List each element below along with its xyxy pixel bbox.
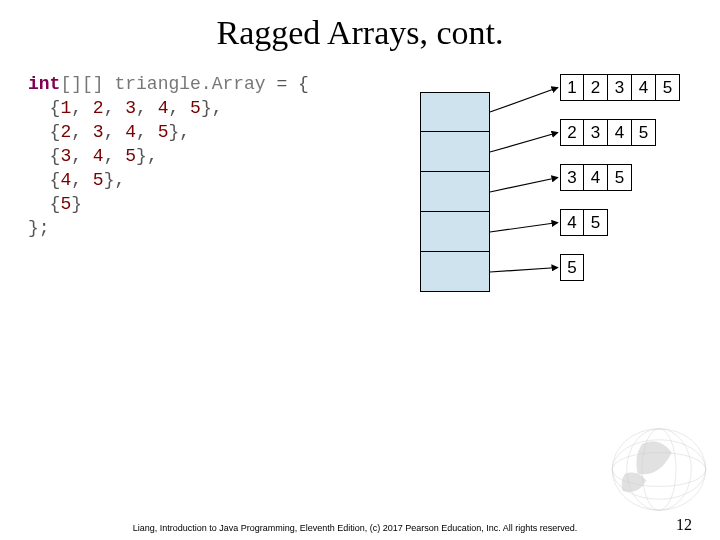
svg-point-8 <box>642 429 676 511</box>
svg-point-5 <box>612 429 706 511</box>
ragged-row: 5 <box>560 254 680 281</box>
data-cell: 5 <box>608 164 632 191</box>
pointer-cell <box>420 172 490 212</box>
slide-content: int[][] triangle.Array = { {1, 2, 3, 4, … <box>0 72 720 382</box>
globe-decoration <box>540 393 710 512</box>
data-cell: 3 <box>608 74 632 101</box>
svg-line-0 <box>490 88 558 113</box>
ragged-row: 12345 <box>560 74 680 101</box>
footer-copyright: Liang, Introduction to Java Programming,… <box>120 523 590 534</box>
pointer-cell <box>420 92 490 132</box>
data-cell: 4 <box>632 74 656 101</box>
data-cell: 4 <box>608 119 632 146</box>
data-cell: 5 <box>584 209 608 236</box>
data-cell: 3 <box>584 119 608 146</box>
data-cell: 2 <box>584 74 608 101</box>
data-cell: 4 <box>584 164 608 191</box>
data-cell: 4 <box>560 209 584 236</box>
pointer-cell <box>420 212 490 252</box>
pointer-cell <box>420 132 490 172</box>
ragged-row: 2345 <box>560 119 680 146</box>
pointer-array <box>420 92 490 292</box>
pointer-cell <box>420 252 490 292</box>
data-cell: 2 <box>560 119 584 146</box>
svg-point-9 <box>627 429 692 511</box>
code-block: int[][] triangle.Array = { {1, 2, 3, 4, … <box>28 72 309 240</box>
data-cell: 1 <box>560 74 584 101</box>
data-cell: 5 <box>632 119 656 146</box>
ragged-rows: 123452345345455 <box>560 74 680 299</box>
svg-line-2 <box>490 178 558 193</box>
data-cell: 3 <box>560 164 584 191</box>
svg-line-1 <box>490 133 558 153</box>
svg-line-3 <box>490 223 558 233</box>
data-cell: 5 <box>656 74 680 101</box>
data-cell: 5 <box>560 254 584 281</box>
svg-point-6 <box>612 453 706 487</box>
svg-point-7 <box>612 440 706 500</box>
slide-title: Ragged Arrays, cont. <box>0 14 720 52</box>
ragged-row: 45 <box>560 209 680 236</box>
page-number: 12 <box>676 516 692 534</box>
svg-line-4 <box>490 268 558 273</box>
ragged-row: 345 <box>560 164 680 191</box>
